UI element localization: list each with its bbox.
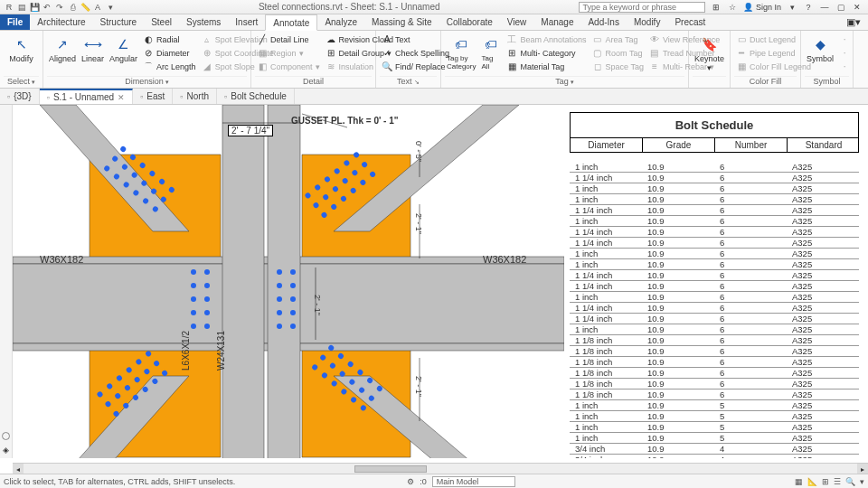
si5[interactable]: 🔍: [845, 477, 855, 486]
measure-icon[interactable]: 📏: [80, 2, 90, 13]
view-tab[interactable]: ▫East: [133, 89, 173, 104]
table-row[interactable]: 1 1/8 inch10.96A325: [570, 379, 859, 389]
text-icon[interactable]: A: [92, 2, 103, 13]
menu-tab-modify[interactable]: Modify: [627, 14, 667, 30]
table-row[interactable]: 1 1/4 inch10.96A325: [570, 205, 859, 216]
search-input[interactable]: [579, 2, 705, 13]
detail-line-button[interactable]: ╱Detail Line: [255, 33, 322, 46]
status-icon[interactable]: ⚙: [407, 477, 414, 486]
table-row[interactable]: 1 1/4 inch10.96A325: [570, 173, 859, 183]
si4[interactable]: ☰: [834, 477, 841, 486]
menu-tab-file[interactable]: File: [0, 14, 30, 30]
print-icon[interactable]: ⎙: [67, 2, 78, 13]
table-row[interactable]: 1 inch10.96A325: [570, 324, 859, 335]
table-row[interactable]: 1 1/8 inch10.96A325: [570, 389, 859, 400]
menu-tab-steel[interactable]: Steel: [144, 14, 179, 30]
nav-dot-icon[interactable]: [2, 432, 10, 440]
si6[interactable]: ▾: [860, 477, 864, 486]
table-row[interactable]: 1 inch10.96A325: [570, 216, 859, 227]
beam-ann-button[interactable]: 工Beam Annotations: [505, 33, 588, 46]
maximize-icon[interactable]: ▢: [835, 2, 846, 13]
tag-by-cat-button[interactable]: 🏷Tag by Category: [445, 33, 477, 72]
sym2[interactable]: ·: [837, 46, 852, 60]
table-row[interactable]: 1 inch10.96A325: [570, 183, 859, 194]
menu-tab-structure[interactable]: Structure: [93, 14, 145, 30]
close-icon[interactable]: ✕: [852, 2, 863, 13]
region-button[interactable]: ▦Region ▾: [255, 46, 322, 60]
menu-tab-manage[interactable]: Manage: [533, 14, 580, 30]
view-tab[interactable]: ▫S.1 - Unnamed✕: [40, 89, 133, 104]
table-row[interactable]: 1 1/4 inch10.96A325: [570, 303, 859, 314]
model-selector[interactable]: Main Model: [432, 476, 516, 487]
open-icon[interactable]: ▤: [16, 2, 27, 13]
menu-tab-analyze[interactable]: Analyze: [317, 14, 364, 30]
table-row[interactable]: 1 1/8 inch10.96A325: [570, 335, 859, 346]
view-tab[interactable]: ▫{3D}: [0, 89, 40, 104]
menu-tab-collaborate[interactable]: Collaborate: [439, 14, 500, 30]
table-row[interactable]: 1 inch10.95A325: [570, 411, 859, 422]
room-tag-button[interactable]: ▢Room Tag: [590, 46, 646, 60]
angular-button[interactable]: ∠Angular: [108, 33, 139, 65]
material-tag-button[interactable]: ▦Material Tag: [505, 60, 588, 73]
si3[interactable]: ⊞: [822, 477, 829, 486]
menu-tab-precast[interactable]: Precast: [667, 14, 712, 30]
nav-icon[interactable]: ◈: [3, 446, 9, 455]
table-row[interactable]: 1 inch10.96A325: [570, 194, 859, 205]
table-row[interactable]: 1 inch10.96A325: [570, 249, 859, 259]
menu-tab-systems[interactable]: Systems: [179, 14, 228, 30]
radial-button[interactable]: ◐Radial: [141, 33, 198, 46]
keynote-button[interactable]: 🔖Keynote▾: [693, 33, 726, 74]
table-row[interactable]: 1 inch10.96A325: [570, 292, 859, 303]
view-tab[interactable]: ▫Bolt Schedule: [217, 89, 295, 104]
si1[interactable]: ▦: [795, 477, 803, 486]
linear-button[interactable]: ⟷Linear: [80, 33, 106, 65]
table-row[interactable]: 1 1/8 inch10.96A325: [570, 346, 859, 357]
table-row[interactable]: 1 1/4 inch10.96A325: [570, 281, 859, 292]
menu-tab-insert[interactable]: Insert: [228, 14, 265, 30]
table-row[interactable]: 1 inch10.95A325: [570, 422, 859, 433]
view-tab[interactable]: ▫North: [173, 89, 217, 104]
sym1[interactable]: ·: [837, 33, 852, 46]
more-icon[interactable]: ▾: [105, 2, 116, 13]
sym3[interactable]: ·: [837, 60, 852, 73]
table-row[interactable]: 1 1/4 inch10.96A325: [570, 270, 859, 281]
table-row[interactable]: 1 inch10.96A325: [570, 162, 859, 173]
table-row[interactable]: 1 1/4 inch10.96A325: [570, 227, 859, 238]
menu-tab-annotate[interactable]: Annotate: [265, 14, 317, 31]
diameter-button[interactable]: ⊘Diameter: [141, 46, 198, 60]
table-row[interactable]: 1 1/8 inch10.96A325: [570, 368, 859, 379]
menu-tab-architecture[interactable]: Architecture: [30, 14, 92, 30]
app-menu-icon[interactable]: ⊞: [711, 2, 722, 13]
app-icon[interactable]: R: [4, 2, 14, 13]
options-icon[interactable]: ▾: [787, 2, 797, 13]
signin-button[interactable]: 👤 Sign In: [743, 3, 781, 12]
table-row[interactable]: 3/4 inch10.94A325: [570, 444, 859, 455]
horizontal-scrollbar[interactable]: ◂ ▸: [13, 463, 868, 474]
table-row[interactable]: 1 inch10.95A325: [570, 433, 859, 444]
table-row[interactable]: 1 1/4 inch10.96A325: [570, 314, 859, 324]
menu-tab-view[interactable]: View: [500, 14, 534, 30]
tag-all-button[interactable]: 🏷Tag All: [479, 33, 503, 72]
table-row[interactable]: 1 inch10.95A325: [570, 400, 859, 411]
multi-cat-button[interactable]: ⊞Multi- Category: [505, 46, 588, 60]
minimize-icon[interactable]: —: [819, 2, 830, 13]
symbol-button[interactable]: ◆Symbol: [805, 33, 835, 65]
table-row[interactable]: 1 1/8 inch10.96A325: [570, 357, 859, 368]
undo-icon[interactable]: ↶: [42, 2, 52, 13]
arc-button[interactable]: ⌒Arc Length: [141, 60, 198, 73]
modify-button[interactable]: ↖ Modify: [4, 33, 39, 65]
table-row[interactable]: 1 inch10.96A325: [570, 259, 859, 270]
help-icon[interactable]: ?: [803, 2, 814, 13]
drawing-canvas[interactable]: 2' - 7 1/4" GUSSET PL. Thk = 0' - 1" 0' …: [13, 105, 868, 458]
redo-icon[interactable]: ↷: [54, 2, 65, 13]
space-tag-button[interactable]: ◻Space Tag: [590, 60, 646, 73]
ribbon-toggle-icon[interactable]: ▣▾: [846, 16, 861, 28]
menu-tab-addins[interactable]: Add-Ins: [580, 14, 626, 30]
component-button[interactable]: ◧Component ▾: [255, 60, 322, 73]
table-row[interactable]: 1 1/4 inch10.96A325: [570, 238, 859, 249]
table-row[interactable]: 3/4 inch10.94A325: [570, 455, 859, 458]
area-tag-button[interactable]: ▭Area Tag: [590, 33, 646, 46]
star-icon[interactable]: ☆: [727, 2, 738, 13]
close-tab-icon[interactable]: ✕: [118, 93, 125, 102]
menu-tab-massingsite[interactable]: Massing & Site: [364, 14, 439, 30]
